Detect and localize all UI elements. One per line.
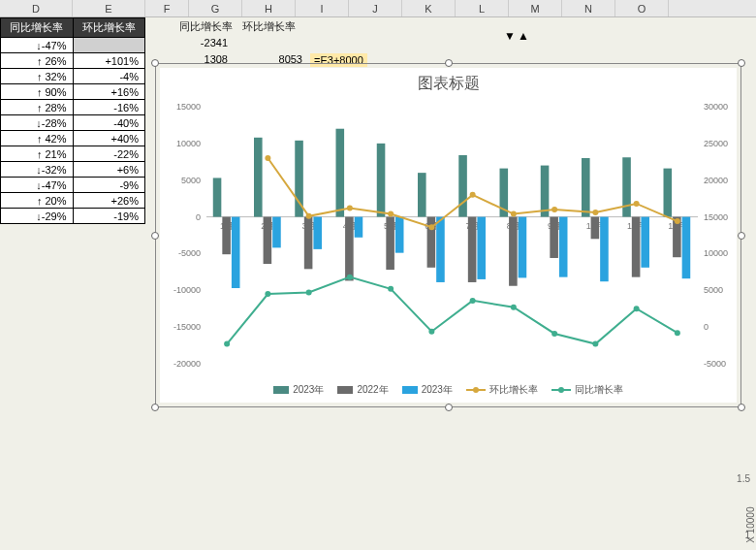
bar[interactable] [304, 217, 313, 270]
bar[interactable] [254, 138, 263, 217]
legend-item[interactable]: 2023年 [402, 383, 453, 397]
col-header-I[interactable]: I [296, 0, 349, 16]
legend-label: 2023年 [293, 383, 324, 397]
table-cell-yoy[interactable]: ↑ 32% [1, 69, 74, 84]
col-header-L[interactable]: L [456, 0, 509, 16]
bar[interactable] [541, 166, 550, 217]
svg-text:-5000: -5000 [178, 248, 201, 258]
bar[interactable] [418, 173, 426, 216]
svg-point-39 [675, 218, 680, 224]
table-cell-mom[interactable]: -16% [73, 100, 145, 115]
chart-legend[interactable]: 2023年2022年2023年环比增长率同比增长率 [160, 383, 737, 397]
table-cell-mom[interactable]: +16% [73, 84, 145, 100]
bar[interactable] [591, 217, 600, 240]
table-cell-mom[interactable]: -22% [73, 146, 145, 162]
table-cell-yoy[interactable]: ↓-29% [1, 209, 74, 224]
col-header-M[interactable]: M [509, 0, 562, 16]
table-cell-yoy[interactable]: ↑ 26% [1, 53, 74, 69]
bar[interactable] [468, 217, 477, 282]
col-header-K[interactable]: K [402, 0, 456, 16]
bar[interactable] [232, 217, 240, 288]
bar[interactable] [386, 217, 394, 271]
bar[interactable] [436, 217, 445, 282]
col-header-F[interactable]: F [145, 0, 189, 16]
table-cell-mom[interactable]: -19% [73, 209, 145, 224]
bar[interactable] [622, 157, 631, 216]
bar[interactable] [222, 217, 231, 255]
table-cell-mom[interactable]: -40% [73, 115, 145, 131]
bar[interactable] [509, 217, 518, 286]
chart-area[interactable]: 图表标题 -20000-15000-10000-5000050001000015… [160, 68, 737, 403]
bar[interactable] [272, 217, 281, 248]
legend-label: 2023年 [422, 383, 453, 397]
table-cell-mom[interactable]: +101% [73, 53, 145, 69]
table-cell-yoy[interactable]: ↓-32% [1, 162, 74, 178]
resize-handle-e[interactable] [738, 232, 745, 240]
table-cell-mom[interactable]: -4% [73, 69, 145, 84]
col-header-mom[interactable]: 环比增长率 [73, 18, 145, 38]
col-header-O[interactable]: O [615, 0, 669, 16]
mini-header-mom[interactable]: 环比增长率 [242, 19, 296, 34]
table-cell-yoy[interactable]: ↑ 28% [1, 100, 74, 115]
table-cell-mom[interactable]: +26% [73, 193, 145, 209]
bar[interactable] [336, 129, 345, 217]
col-header-D[interactable]: D [0, 0, 73, 16]
table-cell-yoy[interactable]: ↓-47% [1, 178, 74, 193]
mini-val-1[interactable]: -2341 [179, 37, 228, 49]
col-header-J[interactable]: J [349, 0, 402, 16]
resize-handle-se[interactable] [738, 404, 745, 411]
plot-area[interactable]: -20000-15000-10000-5000050001000015000-5… [206, 107, 698, 364]
resize-handle-ne[interactable] [738, 59, 745, 67]
resize-handle-n[interactable] [445, 59, 453, 67]
resize-handle-nw[interactable] [151, 59, 159, 67]
chart-title[interactable]: 图表标题 [160, 68, 737, 94]
table-cell-mom[interactable]: -9% [73, 178, 145, 193]
legend-swatch [273, 386, 289, 394]
table-cell-mom[interactable]: +40% [73, 131, 145, 146]
bar[interactable] [600, 217, 609, 282]
bar[interactable] [559, 217, 568, 277]
table-cell-yoy[interactable]: ↑ 90% [1, 84, 74, 100]
bar[interactable] [550, 217, 558, 258]
bar[interactable] [682, 217, 691, 279]
resize-handle-s[interactable] [445, 404, 453, 411]
table-cell-yoy[interactable]: ↓-47% [1, 38, 74, 53]
table-cell-yoy[interactable]: ↑ 42% [1, 131, 74, 146]
bar[interactable] [632, 217, 641, 277]
bar[interactable] [355, 217, 363, 238]
bar[interactable] [519, 217, 527, 278]
bar[interactable] [213, 178, 222, 216]
bar[interactable] [582, 158, 590, 217]
bar[interactable] [664, 169, 673, 217]
bar[interactable] [395, 217, 404, 253]
svg-point-41 [265, 291, 270, 297]
bar[interactable] [264, 217, 272, 264]
table-cell-mom[interactable] [73, 38, 145, 53]
col-header-yoy[interactable]: 同比增长率 [1, 18, 74, 38]
table-cell-yoy[interactable]: ↑ 20% [1, 193, 74, 209]
table-cell-yoy[interactable]: ↑ 21% [1, 146, 74, 162]
line-series[interactable] [227, 277, 677, 344]
bar[interactable] [313, 217, 322, 249]
legend-item[interactable]: 2023年 [273, 383, 324, 397]
legend-item[interactable]: 2022年 [337, 383, 388, 397]
bar[interactable] [345, 217, 354, 281]
table-cell-mom[interactable]: +6% [73, 162, 145, 178]
resize-handle-w[interactable] [151, 232, 159, 240]
mini-header-yoy[interactable]: 同比增长率 [179, 19, 233, 34]
svg-point-29 [265, 155, 270, 161]
col-header-E[interactable]: E [73, 0, 145, 16]
legend-item[interactable]: 同比增长率 [551, 383, 623, 397]
bar[interactable] [641, 217, 649, 268]
bar[interactable] [377, 144, 386, 217]
bar[interactable] [458, 155, 467, 217]
col-header-N[interactable]: N [562, 0, 615, 16]
bar[interactable] [477, 217, 486, 279]
resize-handle-sw[interactable] [151, 404, 159, 411]
legend-item[interactable]: 环比增长率 [466, 383, 538, 397]
col-header-H[interactable]: H [242, 0, 296, 16]
col-header-G[interactable]: G [189, 0, 242, 16]
chart-object[interactable]: 图表标题 -20000-15000-10000-5000050001000015… [155, 63, 741, 407]
table-cell-yoy[interactable]: ↓-28% [1, 115, 74, 131]
sort-triangles-icon[interactable]: ▼▲ [504, 29, 531, 43]
